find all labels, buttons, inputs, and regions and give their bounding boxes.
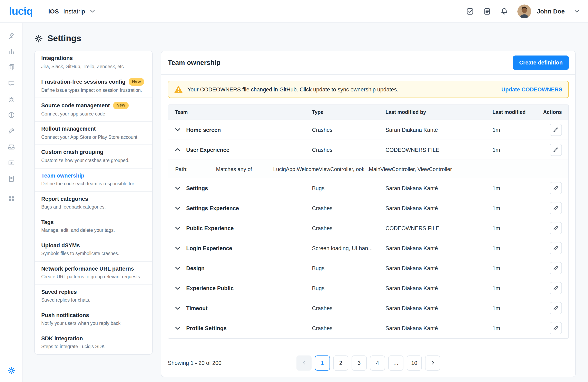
platform-label: iOS <box>48 8 59 15</box>
content-row: Integrations Jira, Slack, GitHub, Trello… <box>34 51 576 377</box>
settings-menu-item[interactable]: Source code management New Connect your … <box>35 98 152 122</box>
pagination-prev-button[interactable] <box>296 355 312 370</box>
table-row[interactable]: Settings Experience Crashes Saran Diakan… <box>168 198 568 218</box>
update-codeowners-link[interactable]: Update CODEOWNERS <box>501 86 562 92</box>
table-row[interactable]: User Experience Crashes CODEOWNERS FILE … <box>168 140 568 160</box>
type-cell: Screen loading, UI han... <box>312 245 385 251</box>
table-row[interactable]: Timeout Crashes Saran Diakana Kanté 1m <box>168 298 568 318</box>
approvals-icon[interactable] <box>466 7 474 15</box>
showing-count: Showing 1 - 20 of 200 <box>168 360 222 366</box>
settings-menu-item[interactable]: Integrations Jira, Slack, GitHub, Trello… <box>35 51 152 74</box>
notes-icon[interactable] <box>483 7 491 15</box>
edit-button[interactable] <box>550 202 562 214</box>
team-name: Experience Public <box>186 285 234 291</box>
pagination-page-button[interactable]: 2 <box>333 355 348 370</box>
last-modified-cell: 1m <box>492 147 540 153</box>
pin-icon[interactable] <box>8 32 15 39</box>
pagination-next-button[interactable] <box>425 355 440 370</box>
apps-grid-icon[interactable] <box>8 195 15 202</box>
edit-button[interactable] <box>550 124 562 136</box>
chevron-up-icon[interactable] <box>175 148 180 151</box>
settings-menu-item[interactable]: Network performance URL patterns Create … <box>35 261 152 285</box>
chevron-down-icon[interactable] <box>175 266 180 270</box>
table-row[interactable]: Login Experience Screen loading, UI han.… <box>168 238 568 258</box>
pagination-page-button[interactable]: 10 <box>407 355 422 370</box>
last-modified-by-cell: Saran Diakana Kanté <box>385 285 492 291</box>
chevron-down-icon[interactable] <box>175 286 180 290</box>
last-modified-by-cell: Saran Diakana Kanté <box>385 205 492 211</box>
pages-icon[interactable] <box>8 64 15 71</box>
edit-button[interactable] <box>550 144 562 156</box>
new-badge: New <box>129 78 144 85</box>
alert-icon[interactable] <box>8 111 15 119</box>
settings-gear-icon[interactable] <box>7 366 15 375</box>
pagination-page-button[interactable]: 4 <box>370 355 385 370</box>
type-cell: Bugs <box>312 265 385 271</box>
edit-button[interactable] <box>550 222 562 234</box>
pagination-page-button[interactable]: 3 <box>352 355 367 370</box>
chevron-down-icon[interactable] <box>175 326 180 330</box>
edit-button[interactable] <box>550 302 562 314</box>
table-row[interactable]: Experience Public Bugs Saran Diakana Kan… <box>168 278 568 298</box>
luciq-logo[interactable]: luciq <box>9 5 33 18</box>
bug-icon[interactable] <box>8 96 15 103</box>
app-name: Instatrip <box>63 8 85 15</box>
type-cell: Crashes <box>312 225 385 231</box>
last-modified-by-cell: Saran Diakana Kanté <box>385 265 492 271</box>
codeowners-warning-banner: Your CODEOWNERS file changed in GitHub. … <box>168 81 569 98</box>
table-row[interactable]: Settings Bugs Saran Diakana Kanté 1m <box>168 178 568 198</box>
create-definition-button[interactable]: Create definition <box>513 56 569 70</box>
settings-menu-item-subtitle: Jira, Slack, GitHub, Trello, Zendesk, et… <box>41 63 146 70</box>
table-header: Team Type Last modified by Last modified… <box>168 105 568 120</box>
settings-menu-item[interactable]: Saved replies Saved replies for chats. <box>35 285 152 308</box>
media-icon[interactable] <box>8 159 15 166</box>
settings-menu-item[interactable]: Report categories Bugs and feedback cate… <box>35 192 152 215</box>
settings-menu-item-title: Push notifications <box>41 312 89 319</box>
chevron-down-icon[interactable] <box>175 246 180 250</box>
chevron-down-icon[interactable] <box>175 206 180 210</box>
settings-menu-item-title: Frustration-free sessions config <box>41 78 126 85</box>
settings-menu-item[interactable]: Upload dSYMs Symbols files to symbolicat… <box>35 238 152 261</box>
edit-button[interactable] <box>550 282 562 294</box>
edit-button[interactable] <box>550 182 562 194</box>
user-name[interactable]: John Doe <box>537 8 565 15</box>
settings-menu-item[interactable]: Rollout management Connect your App Stor… <box>35 122 152 145</box>
chevron-down-icon[interactable] <box>574 10 579 13</box>
settings-menu-item[interactable]: Custom crash grouping Customize how your… <box>35 145 152 168</box>
settings-menu-item[interactable]: Tags Manage, edit, and delete your tags. <box>35 215 152 238</box>
avatar[interactable] <box>517 4 531 18</box>
app-selector[interactable]: iOS Instatrip <box>48 8 95 15</box>
chevron-down-icon[interactable] <box>175 128 180 131</box>
rocket-icon[interactable] <box>8 127 15 135</box>
settings-menu-item-title: SDK integration <box>41 335 83 342</box>
last-modified-cell: 1m <box>492 225 540 231</box>
chevron-down-icon[interactable] <box>175 226 180 230</box>
chat-icon[interactable] <box>8 80 15 87</box>
top-navbar: luciq iOS Instatrip John Doe <box>0 0 588 23</box>
last-modified-by-cell: Saran Diakana Kanté <box>385 325 492 331</box>
notifications-bell-icon[interactable] <box>500 7 508 15</box>
new-badge: New <box>113 102 128 109</box>
edit-button[interactable] <box>550 242 562 254</box>
table-row[interactable]: Public Experience Crashes CODEOWNERS FIL… <box>168 218 568 238</box>
type-cell: Bugs <box>312 285 385 291</box>
table-row[interactable]: Profile Settings Crashes Saran Diakana K… <box>168 318 568 338</box>
chevron-down-icon[interactable] <box>175 186 180 190</box>
chevron-down-icon[interactable] <box>175 306 180 310</box>
edit-button[interactable] <box>550 322 562 334</box>
journal-icon[interactable] <box>8 175 15 182</box>
navbar-right-group: John Doe <box>466 4 579 18</box>
pagination-page-button[interactable]: 1 <box>315 355 330 370</box>
table-row[interactable]: Home screen Crashes Saran Diakana Kanté … <box>168 120 568 140</box>
settings-menu-item[interactable]: Frustration-free sessions config New Def… <box>35 74 152 98</box>
table-row[interactable]: Design Bugs Saran Diakana Kanté 1m <box>168 258 568 278</box>
settings-menu-item[interactable]: SDK integration Steps to integrate Luciq… <box>35 331 152 354</box>
team-name: Home screen <box>186 127 221 133</box>
settings-menu-item[interactable]: Push notifications Notify your users whe… <box>35 308 152 331</box>
inbox-icon[interactable] <box>8 143 15 151</box>
settings-menu-item[interactable]: Team ownership Define the code each team… <box>35 168 152 192</box>
team-name: Timeout <box>186 305 208 311</box>
analytics-icon[interactable] <box>8 48 15 55</box>
settings-menu-item-title: Report categories <box>41 195 88 202</box>
edit-button[interactable] <box>550 262 562 274</box>
